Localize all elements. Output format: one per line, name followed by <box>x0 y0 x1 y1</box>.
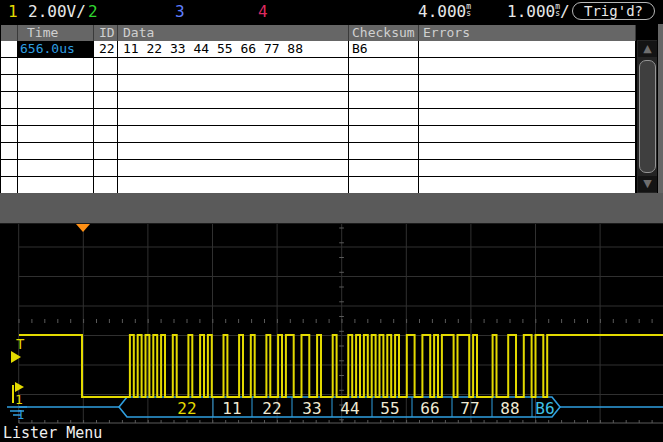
cell <box>94 75 118 92</box>
svg-text:1: 1 <box>17 408 24 422</box>
cell <box>118 177 349 194</box>
cell <box>118 143 349 160</box>
cell <box>18 58 94 75</box>
cell <box>419 143 636 160</box>
cell <box>18 75 94 92</box>
time-position-readout: 4.000ms <box>418 2 471 21</box>
lister-table: TimeIDDataChecksumErrors 656.0us2211 22 … <box>0 24 636 194</box>
cell <box>349 75 419 92</box>
table-row[interactable] <box>0 160 636 177</box>
grid <box>19 224 663 423</box>
scroll-up-icon[interactable]: ▲ <box>638 41 657 57</box>
svg-text:T: T <box>16 336 25 352</box>
header-marker-col <box>0 25 18 41</box>
cell <box>419 58 636 75</box>
table-row[interactable]: 656.0us2211 22 33 44 55 66 77 88B6 <box>0 41 636 58</box>
cell: 22 <box>94 41 118 58</box>
header-data: Data <box>118 25 349 41</box>
lister-table-body: 656.0us2211 22 33 44 55 66 77 88B6 <box>0 41 636 194</box>
cell <box>118 75 349 92</box>
cell <box>349 109 419 126</box>
cell <box>419 92 636 109</box>
cell <box>349 143 419 160</box>
cell <box>419 177 636 194</box>
right-bezel <box>657 24 663 193</box>
trigger-time-marker: T <box>16 336 25 352</box>
cell <box>94 177 118 194</box>
table-row[interactable] <box>0 58 636 75</box>
cell <box>18 177 94 194</box>
cell <box>94 126 118 143</box>
cell <box>94 92 118 109</box>
cell <box>349 177 419 194</box>
header-id: ID <box>94 25 118 41</box>
table-row[interactable] <box>0 75 636 92</box>
table-row[interactable] <box>0 143 636 160</box>
waveform-area: 221122334455667788B6T11 <box>0 224 663 424</box>
cell <box>18 126 94 143</box>
timebase-readout: 1.000ms/ <box>507 2 570 21</box>
trigger-level-marker[interactable] <box>11 351 21 363</box>
cell <box>419 126 636 143</box>
cell <box>118 160 349 177</box>
cell <box>18 109 94 126</box>
ch1-trace <box>19 335 663 397</box>
cell <box>349 58 419 75</box>
header-time: Time <box>18 25 94 41</box>
bus-value-checksum: B6 <box>535 399 554 418</box>
trigger-source-edge-marker[interactable]: 1 <box>13 382 24 407</box>
cell <box>419 160 636 177</box>
cell <box>94 109 118 126</box>
table-row[interactable] <box>0 126 636 143</box>
bus-value-data: 44 <box>340 399 359 418</box>
cell <box>18 143 94 160</box>
bus-value-data: 22 <box>262 399 281 418</box>
table-row[interactable] <box>0 92 636 109</box>
scroll-down-icon[interactable]: ▼ <box>638 176 657 192</box>
cell <box>94 160 118 177</box>
bus-value-data: 77 <box>460 399 479 418</box>
bus-value-id: 22 <box>177 399 196 418</box>
cell <box>349 160 419 177</box>
trigger-position-marker[interactable] <box>76 224 90 232</box>
status-bar: 1 2.00V/ 2 3 4 4.000ms 1.000ms/ Trig'd? <box>0 0 663 22</box>
serial-bus-marker[interactable]: 1 <box>7 407 27 422</box>
menu-bar: Lister Menu <box>0 424 663 442</box>
oscilloscope-screen: 1 2.00V/ 2 3 4 4.000ms 1.000ms/ Trig'd? … <box>0 0 663 442</box>
cell <box>419 41 636 58</box>
separator-band <box>0 193 663 224</box>
cell: B6 <box>349 41 419 58</box>
lister-table-header: TimeIDDataChecksumErrors <box>0 25 636 41</box>
cell <box>118 92 349 109</box>
ch1-number: 1 <box>8 2 18 21</box>
trigger-status-button[interactable]: Trig'd? <box>572 2 655 20</box>
cell <box>118 126 349 143</box>
cell <box>94 58 118 75</box>
lister-scrollbar: ▲ ▼ <box>636 40 657 193</box>
bus-value-data: 88 <box>500 399 519 418</box>
cell: 656.0us <box>18 41 94 58</box>
bus-value-data: 66 <box>420 399 439 418</box>
serial-bus: 221122334455667788B6 <box>19 397 663 418</box>
scrollbar-thumb[interactable] <box>639 60 656 173</box>
header-errors: Errors <box>419 25 636 41</box>
waveform-svg: 221122334455667788B6T11 <box>0 224 663 424</box>
table-row[interactable] <box>0 109 636 126</box>
ch4-number: 4 <box>258 2 268 21</box>
graticule-ticks <box>19 228 663 423</box>
cell <box>18 92 94 109</box>
cell <box>349 126 419 143</box>
bus-value-data: 55 <box>380 399 399 418</box>
ch3-number: 3 <box>175 2 185 21</box>
ch2-number: 2 <box>88 2 98 21</box>
table-row[interactable] <box>0 177 636 194</box>
bus-value-data: 33 <box>302 399 321 418</box>
cell <box>18 160 94 177</box>
cell <box>118 58 349 75</box>
cell <box>349 92 419 109</box>
bus-value-data: 11 <box>222 399 241 418</box>
cell <box>118 109 349 126</box>
cell <box>94 143 118 160</box>
header-checksum: Checksum <box>349 25 419 41</box>
ch1-scale: 2.00V/ <box>28 2 86 21</box>
